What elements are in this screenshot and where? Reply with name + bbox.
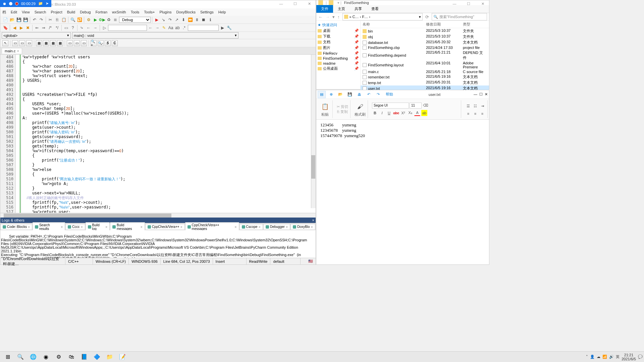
scope-func-select[interactable]: main() : void▾ — [72, 32, 238, 39]
rebuild-icon[interactable]: ♻ — [106, 17, 112, 23]
search-prev-icon[interactable]: ← — [148, 25, 154, 31]
step-into-icon[interactable]: ↘ — [160, 17, 166, 23]
find-icon[interactable]: 🔍 — [70, 17, 76, 23]
start-button[interactable]: ⊞ — [1, 352, 14, 362]
uncomment-icon[interactable]: */ — [54, 25, 60, 31]
step-out-icon[interactable]: ↗ — [174, 17, 180, 23]
qat-file-icon[interactable]: ▤ — [318, 91, 326, 98]
font-color-button[interactable]: A — [414, 110, 420, 116]
tree-item[interactable]: readme📌 — [318, 61, 359, 66]
file-row[interactable]: main.c2021/6/5 21:18C source file — [361, 69, 489, 74]
tree-quick-access[interactable]: ★ 快速访问 — [318, 22, 359, 28]
indent-icon[interactable]: ⇥ — [479, 103, 485, 109]
save-all-icon[interactable]: 💾 — [22, 17, 29, 23]
file-row[interactable]: FindSomething.layout2021/6/4 10:01Adobe … — [361, 61, 489, 69]
menu-tools+[interactable]: Tools+ — [144, 10, 155, 14]
status-lang-icon[interactable]: 🇺🇸 — [306, 258, 316, 264]
stop-debug-icon[interactable]: ⏹ — [201, 17, 207, 23]
align-right-icon[interactable]: ≡ — [479, 111, 485, 117]
cut-button[interactable]: ✂ 剪切 — [337, 104, 348, 109]
document-body[interactable]: 123456 yumeng 12345678 yumeng 1574479078… — [316, 120, 489, 264]
explorer-tree[interactable]: ★ 快速访问 桌面📌下载📌文档📌图片📌FileRecv📌FindSomethin… — [316, 21, 361, 91]
bold-button[interactable]: B — [372, 110, 378, 116]
file-row[interactable]: database.txt2021/6/5 20:32文本文档 — [361, 40, 489, 45]
log-tab[interactable]: Code::Blocks × — [0, 224, 32, 230]
log-tab[interactable]: CppCheck/Vera++ × — [145, 224, 185, 230]
save-icon[interactable]: 💾 — [16, 17, 22, 23]
copy-button[interactable]: ⎘ 复制 — [337, 109, 348, 114]
zoom-in-icon[interactable]: 🔍+ — [91, 40, 97, 46]
run-icon[interactable]: ▶ — [92, 17, 98, 23]
nav-down-icon[interactable]: ▾ — [332, 14, 335, 19]
tab-main-c[interactable]: main.c × — [2, 48, 22, 54]
address-bar[interactable]: « C… › F… › ▾ — [342, 13, 423, 20]
settings-icon[interactable]: ⚙ — [52, 352, 65, 362]
goto-line-icon[interactable]: ▶ — [219, 25, 225, 31]
filter-icon[interactable]: ▷ — [101, 25, 107, 31]
close-button[interactable]: ✕ — [485, 92, 488, 97]
menu-project[interactable]: Project — [51, 10, 62, 14]
qat-save-icon[interactable]: 💾 — [346, 91, 354, 98]
grid2-icon[interactable]: ▦ — [43, 40, 49, 46]
new-file-icon[interactable]: 📄 — [2, 17, 8, 23]
align-center-icon[interactable]: ≡ — [472, 111, 478, 117]
fwd-icon[interactable]: → — [92, 25, 98, 31]
qat-undo-icon[interactable]: ↶ — [365, 91, 373, 98]
back-icon[interactable]: ← — [86, 25, 92, 31]
help-icon[interactable]: ? — [70, 25, 76, 31]
code-area[interactable]: "kw">typedef "kw">struct users { "kw">ch… — [21, 55, 316, 213]
qat-print-icon[interactable]: 🖶 — [355, 91, 363, 98]
pause-debug-icon[interactable]: ⏸ — [194, 17, 200, 23]
build-icon[interactable]: ⚙ — [86, 17, 92, 23]
qat-help[interactable]: 帮助 — [383, 91, 395, 98]
stop-icon[interactable]: ⏹ — [112, 17, 118, 23]
menu-fortran[interactable]: Fortran — [96, 10, 107, 14]
menu-settings[interactable]: Settings — [200, 10, 214, 14]
redo-icon[interactable]: ↷ — [38, 17, 44, 23]
search-box[interactable]: 🔍 搜索"FindSomething" — [432, 13, 487, 20]
debug-run-icon[interactable]: ▶ — [154, 17, 160, 23]
tree-item[interactable]: 下载📌 — [318, 34, 359, 39]
panel1-icon[interactable]: ▭ — [67, 40, 73, 46]
tray-ime-icon[interactable]: 英 — [616, 354, 620, 359]
tray-chevron-icon[interactable]: ˄ — [586, 355, 588, 359]
folder-icon[interactable]: 📁 — [38, 1, 43, 6]
tree-item[interactable]: 图片📌 — [318, 45, 359, 51]
cut-icon[interactable]: ✂ — [47, 17, 53, 23]
cursor-icon[interactable]: ↖ — [2, 40, 8, 46]
store-icon[interactable]: 🛍 — [65, 352, 78, 362]
font-family-input[interactable] — [372, 103, 409, 109]
highlight-icon[interactable]: ✎ — [161, 25, 167, 31]
refresh-icon[interactable]: ⟳ — [425, 14, 429, 19]
maximize-button[interactable]: ☐ — [464, 2, 474, 6]
comment-icon[interactable]: /* — [47, 25, 53, 31]
search-next-icon[interactable]: → — [154, 25, 160, 31]
file-row[interactable]: obj2021/5/3 10:37文件夹 — [361, 34, 489, 40]
tools-icon[interactable]: 🔧 — [226, 25, 232, 31]
paste-icon[interactable]: 📋 — [61, 17, 67, 23]
chrome-icon[interactable]: ◉ — [40, 352, 52, 362]
block3-icon[interactable]: ▭ — [26, 40, 32, 46]
search-button[interactable]: 🔍 — [14, 352, 27, 362]
replace-input[interactable] — [188, 25, 219, 31]
app-icon[interactable]: 🔷 — [91, 352, 103, 362]
explorer-tab[interactable]: 主页 — [333, 5, 350, 13]
next-line-icon[interactable]: ⬇ — [180, 17, 186, 23]
build-target-select[interactable]: Debug — [119, 17, 151, 23]
scope-global-select[interactable]: <global>▾ — [2, 32, 71, 39]
clear-format-icon[interactable]: ⌫ — [422, 103, 429, 109]
regex-icon[interactable]: .* — [181, 25, 187, 31]
menu-doxyblocks[interactable]: DoxyBlocks — [176, 10, 196, 14]
clear-bookmark-icon[interactable]: ✖ — [25, 25, 31, 31]
nav-up-icon[interactable]: ↑ — [337, 14, 340, 19]
block2-icon[interactable]: ▭ — [19, 40, 25, 46]
file-row[interactable]: remember.txt2021/6/5 19:16文本文档 — [361, 74, 489, 80]
menu-tools[interactable]: Tools — [131, 10, 140, 14]
underline-button[interactable]: U — [386, 110, 392, 116]
tray-net-icon[interactable]: 📶 — [602, 355, 607, 359]
qat-new-icon[interactable]: ⊕ — [327, 91, 335, 98]
vertical-scrollbar[interactable] — [311, 55, 316, 208]
tray-cloud-icon[interactable]: ☁ — [597, 355, 600, 359]
notifications-icon[interactable]: 💬 — [638, 355, 643, 359]
nav-back-icon[interactable]: ← — [318, 14, 323, 19]
